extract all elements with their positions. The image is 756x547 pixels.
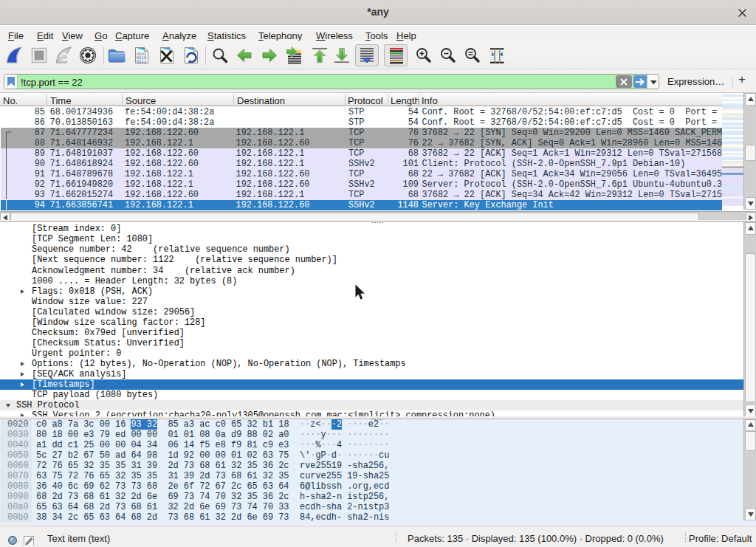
svg-text:0111: 0111 — [137, 59, 147, 64]
